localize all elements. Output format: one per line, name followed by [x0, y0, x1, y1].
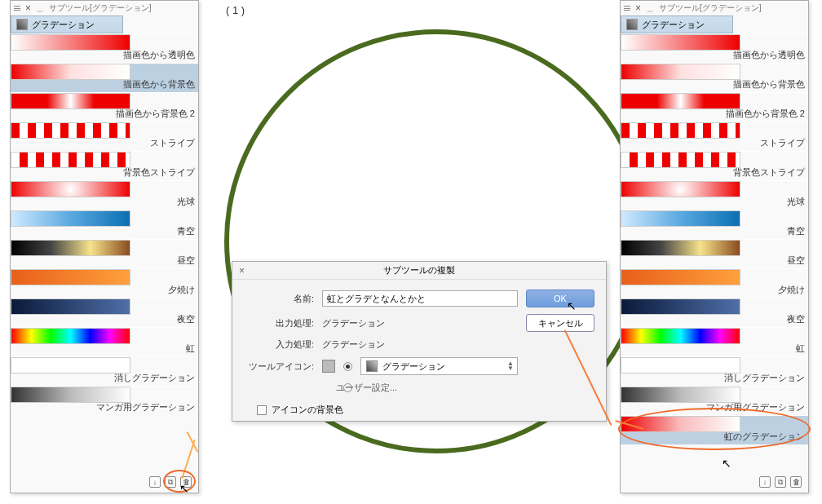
list-item[interactable]: 消しグラデーション	[621, 356, 808, 386]
gradient-preview	[621, 152, 740, 168]
panel-titlebar: × ＿ サブツール[グラデーション]	[621, 1, 808, 15]
icon-bg-label: アイコンの背景色	[272, 404, 343, 416]
gradient-preview	[621, 210, 740, 227]
gradient-preview	[11, 122, 130, 139]
name-label: 名前:	[242, 293, 314, 305]
close-icon[interactable]: ×	[239, 265, 245, 276]
list-item[interactable]: 描画色から背景色	[11, 63, 198, 92]
gradient-preview	[621, 357, 740, 374]
trash-icon[interactable]: 🗑	[790, 476, 802, 488]
list-item[interactable]: ストライプ	[621, 122, 808, 151]
import-icon[interactable]: ↓	[759, 476, 771, 488]
gradient-label: 消しグラデーション	[114, 372, 195, 384]
duplicate-icon[interactable]: ⧉	[775, 476, 786, 488]
gradient-preview	[11, 93, 130, 109]
list-item[interactable]: マンガ用グラデーション	[11, 386, 198, 415]
menu-icon[interactable]	[624, 6, 630, 11]
minimize-icon[interactable]: ＿	[36, 2, 44, 14]
gradient-list-right: 描画色から透明色 描画色から背景色 描画色から背景色 2 ストライプ 背景色スト…	[621, 33, 808, 444]
list-item[interactable]: 光球	[11, 180, 198, 210]
gradient-preview	[621, 298, 740, 315]
gradient-preview	[11, 387, 130, 403]
gradient-label: 消しグラデーション	[724, 372, 805, 384]
gradient-preview	[11, 210, 130, 227]
output-label: 出力処理:	[242, 317, 314, 329]
cursor-icon: ↖	[567, 299, 577, 312]
gradient-preview	[11, 269, 130, 285]
list-item[interactable]: 描画色から透明色	[621, 33, 808, 63]
menu-icon[interactable]	[14, 6, 20, 11]
gradient-preview	[621, 93, 740, 109]
list-item[interactable]: 背景色ストライプ	[621, 151, 808, 180]
cancel-button[interactable]: キャンセル	[526, 314, 594, 332]
gradient-preview	[621, 240, 740, 256]
close-icon[interactable]: ×	[635, 2, 641, 14]
list-item[interactable]: 描画色から背景色 2	[11, 92, 198, 122]
step-marker: ( 1 )	[226, 4, 245, 16]
gradient-label: 昼空	[787, 254, 805, 267]
gradient-preview	[621, 64, 740, 80]
name-input[interactable]	[322, 290, 518, 307]
gradient-preview	[11, 328, 130, 344]
list-item[interactable]: 青空	[11, 210, 198, 239]
gradient-preview	[621, 34, 740, 51]
list-item[interactable]: ストライプ	[11, 122, 198, 151]
gradient-preview	[11, 152, 130, 168]
list-item[interactable]: 夜空	[621, 298, 808, 327]
panel-footer: ↓ ⧉ 🗑	[759, 476, 802, 488]
gradient-label: 描画色から透明色	[733, 49, 805, 61]
gradient-label: 夜空	[177, 313, 195, 325]
gradient-preview	[11, 240, 130, 256]
gradient-label: 背景色ストライプ	[123, 166, 195, 179]
duplicate-subtool-dialog: × サブツールの複製 名前: OK 出力処理: グラデーション キャンセル 入力…	[232, 261, 607, 422]
list-item[interactable]: 夜空	[11, 298, 198, 327]
gradation-icon	[16, 19, 28, 30]
annotation-ellipse	[618, 408, 811, 450]
gradation-icon	[366, 360, 378, 372]
list-item[interactable]: 青空	[621, 210, 808, 239]
list-item[interactable]: 消しグラデーション	[11, 356, 198, 386]
icon-select-label: グラデーション	[382, 360, 445, 373]
gradient-preview	[11, 34, 130, 51]
gradient-label: 描画色から背景色 2	[726, 108, 805, 120]
input-value: グラデーション	[322, 338, 518, 351]
list-item[interactable]: 虹	[11, 327, 198, 356]
gradient-label: 描画色から背景色 2	[116, 108, 195, 120]
radio-preset[interactable]	[343, 362, 352, 371]
list-item[interactable]: 昼空	[11, 239, 198, 268]
minimize-icon[interactable]: ＿	[646, 2, 654, 14]
list-item[interactable]: 夕焼け	[11, 268, 198, 298]
dialog-titlebar: × サブツールの複製	[232, 262, 606, 280]
list-item[interactable]: 描画色から背景色	[621, 63, 808, 92]
gradient-label: 夕焼け	[778, 284, 805, 296]
close-icon[interactable]: ×	[25, 2, 31, 14]
list-item[interactable]: 描画色から透明色	[11, 33, 198, 63]
list-item[interactable]: 夕焼け	[621, 268, 808, 298]
tab-gradation[interactable]: グラデーション	[621, 15, 733, 33]
import-icon[interactable]: ↓	[149, 476, 161, 488]
icon-bg-checkbox[interactable]	[257, 405, 267, 415]
list-item[interactable]: 光球	[621, 180, 808, 210]
gradient-label: マンガ用グラデーション	[96, 401, 195, 413]
icon-select[interactable]: グラデーション ▲▼	[360, 357, 518, 375]
tab-gradation[interactable]: グラデーション	[11, 15, 123, 33]
gradient-label: 昼空	[177, 254, 195, 267]
gradient-list-left: 描画色から透明色 描画色から背景色 描画色から背景色 2 ストライプ 背景色スト…	[11, 33, 198, 415]
panel-title: サブツール[グラデーション]	[659, 2, 762, 14]
user-setting-link[interactable]: ユーザー設定...	[336, 382, 397, 394]
gradient-label: ストライプ	[150, 137, 195, 149]
list-item[interactable]: 描画色から背景色 2	[621, 92, 808, 122]
panel-titlebar: × ＿ サブツール[グラデーション]	[11, 1, 198, 15]
ok-button[interactable]: OK	[526, 290, 594, 307]
panel-title: サブツール[グラデーション]	[49, 2, 152, 14]
gradient-label: 光球	[787, 196, 805, 208]
input-label: 入力処理:	[242, 338, 314, 351]
gradient-label: 背景色ストライプ	[733, 166, 805, 179]
gradient-preview	[621, 328, 740, 344]
gradient-label: 夕焼け	[168, 284, 195, 296]
list-item[interactable]: 虹	[621, 327, 808, 356]
gradient-label: ストライプ	[760, 137, 805, 149]
list-item[interactable]: 背景色ストライプ	[11, 151, 198, 180]
list-item[interactable]: 昼空	[621, 239, 808, 268]
gradient-preview	[11, 64, 130, 80]
